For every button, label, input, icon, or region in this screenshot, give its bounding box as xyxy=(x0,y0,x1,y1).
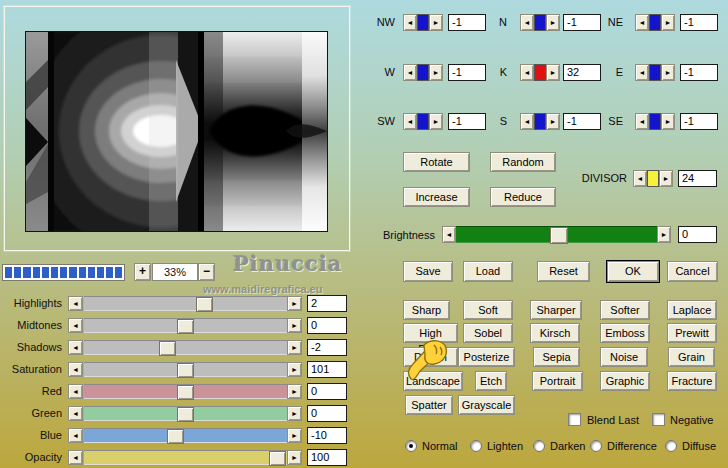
blend-last-checkbox[interactable] xyxy=(568,413,581,426)
slider-track-green[interactable] xyxy=(84,406,287,421)
preview-image[interactable] xyxy=(25,31,328,232)
slider-value-saturation[interactable]: 101 xyxy=(307,361,347,378)
slider-left-arrow[interactable]: ◄ xyxy=(68,450,83,465)
slider-thumb[interactable] xyxy=(159,341,176,356)
preset-grayscale-button[interactable]: Grayscale xyxy=(458,395,515,415)
slider-right-arrow[interactable]: ► xyxy=(287,318,302,333)
preset-spatter-button[interactable]: Spatter xyxy=(405,395,453,415)
preset-noise-button[interactable]: Noise xyxy=(600,347,648,367)
brightness-left-arrow[interactable]: ◄ xyxy=(442,226,456,243)
slider-value-blue[interactable]: -10 xyxy=(307,427,347,444)
slider-thumb[interactable] xyxy=(177,407,194,422)
slider-track-saturation[interactable] xyxy=(84,362,287,377)
preset-sharper-button[interactable]: Sharper xyxy=(530,300,582,320)
preset-sharp-button[interactable]: Sharp xyxy=(403,300,450,320)
brightness-thumb[interactable] xyxy=(550,227,568,244)
slider-track-highlights[interactable] xyxy=(84,296,287,311)
preset-prewitt-button[interactable]: Prewitt xyxy=(667,323,717,343)
divisor-scrollbar[interactable]: ◄► xyxy=(633,170,673,187)
increase-button[interactable]: Increase xyxy=(403,187,470,207)
kernel-scrollbar-sw[interactable]: ◄► xyxy=(403,113,443,130)
kernel-scrollbar-nw[interactable]: ◄► xyxy=(403,14,443,31)
slider-thumb[interactable] xyxy=(177,385,194,400)
kernel-scrollbar-w[interactable]: ◄► xyxy=(403,64,443,81)
preset-emboss-button[interactable]: Emboss xyxy=(600,323,650,343)
slider-right-arrow[interactable]: ► xyxy=(287,428,302,443)
preset-graphic-button[interactable]: Graphic xyxy=(600,371,650,391)
load-button[interactable]: Load xyxy=(463,261,513,282)
slider-value-shadows[interactable]: -2 xyxy=(307,339,347,356)
preset-soft-button[interactable]: Soft xyxy=(463,300,513,320)
save-button[interactable]: Save xyxy=(403,261,453,282)
zoom-out-button[interactable]: − xyxy=(198,263,215,281)
slider-thumb[interactable] xyxy=(177,319,194,334)
brightness-value[interactable]: 0 xyxy=(678,226,717,243)
slider-left-arrow[interactable]: ◄ xyxy=(68,406,83,421)
slider-left-arrow[interactable]: ◄ xyxy=(68,362,83,377)
slider-track-opacity[interactable] xyxy=(84,450,287,465)
preset-fracture-button[interactable]: Fracture xyxy=(667,371,717,391)
slider-value-opacity[interactable]: 100 xyxy=(307,449,347,466)
random-button[interactable]: Random xyxy=(490,152,556,172)
slider-value-green[interactable]: 0 xyxy=(307,405,347,422)
preset-grain-button[interactable]: Grain xyxy=(668,347,715,367)
slider-thumb[interactable] xyxy=(196,297,213,312)
slider-right-arrow[interactable]: ► xyxy=(287,340,302,355)
slider-value-red[interactable]: 0 xyxy=(307,383,347,400)
slider-left-arrow[interactable]: ◄ xyxy=(68,428,83,443)
rotate-button[interactable]: Rotate xyxy=(403,152,470,172)
slider-thumb[interactable] xyxy=(177,363,194,378)
radio-diffuse[interactable] xyxy=(665,440,677,452)
negative-checkbox[interactable] xyxy=(652,413,665,426)
kernel-value-se[interactable]: -1 xyxy=(680,113,718,130)
preset-kirsch-button[interactable]: Kirsch xyxy=(530,323,580,343)
kernel-scrollbar-n[interactable]: ◄► xyxy=(520,14,560,31)
preset-etch-button[interactable]: Etch xyxy=(475,371,507,391)
preset-softer-button[interactable]: Softer xyxy=(600,300,650,320)
slider-right-arrow[interactable]: ► xyxy=(287,406,302,421)
slider-left-arrow[interactable]: ◄ xyxy=(68,318,83,333)
kernel-value-e[interactable]: -1 xyxy=(680,64,718,81)
slider-left-arrow[interactable]: ◄ xyxy=(68,340,83,355)
preset-sobel-button[interactable]: Sobel xyxy=(463,323,513,343)
reset-button[interactable]: Reset xyxy=(537,261,590,282)
brightness-track[interactable] xyxy=(456,226,657,243)
slider-left-arrow[interactable]: ◄ xyxy=(68,384,83,399)
slider-thumb[interactable] xyxy=(269,451,286,466)
radio-normal[interactable] xyxy=(405,440,417,452)
slider-thumb[interactable] xyxy=(167,429,184,444)
kernel-scrollbar-se[interactable]: ◄► xyxy=(635,113,675,130)
slider-right-arrow[interactable]: ► xyxy=(287,296,302,311)
slider-track-midtones[interactable] xyxy=(84,318,287,333)
slider-track-shadows[interactable] xyxy=(84,340,287,355)
slider-track-blue[interactable] xyxy=(84,428,287,443)
cancel-button[interactable]: Cancel xyxy=(667,261,718,282)
slider-right-arrow[interactable]: ► xyxy=(287,450,302,465)
reduce-button[interactable]: Reduce xyxy=(490,187,556,207)
zoom-in-button[interactable]: + xyxy=(134,263,151,281)
slider-track-red[interactable] xyxy=(84,384,287,399)
preset-high-pass-button[interactable]: High Pass xyxy=(403,323,458,343)
kernel-scrollbar-s[interactable]: ◄► xyxy=(520,113,560,130)
preset-dream-button[interactable]: Dream xyxy=(403,347,458,367)
radio-difference[interactable] xyxy=(590,440,602,452)
kernel-scrollbar-e[interactable]: ◄► xyxy=(635,64,675,81)
preset-laplace-button[interactable]: Laplace xyxy=(667,300,717,320)
divisor-value[interactable]: 24 xyxy=(678,170,717,187)
slider-value-highlights[interactable]: 2 xyxy=(307,295,347,312)
brightness-right-arrow[interactable]: ► xyxy=(657,226,671,243)
preset-portrait-button[interactable]: Portrait xyxy=(532,371,583,391)
radio-lighten[interactable] xyxy=(470,440,482,452)
slider-right-arrow[interactable]: ► xyxy=(287,384,302,399)
slider-value-midtones[interactable]: 0 xyxy=(307,317,347,334)
radio-darken[interactable] xyxy=(533,440,545,452)
kernel-scrollbar-ne[interactable]: ◄► xyxy=(635,14,675,31)
preset-posterize-button[interactable]: Posterize xyxy=(458,347,515,367)
slider-left-arrow[interactable]: ◄ xyxy=(68,296,83,311)
ok-button[interactable]: OK xyxy=(607,261,659,282)
preset-landscape-button[interactable]: Landscape xyxy=(403,371,463,391)
preset-sepia-button[interactable]: Sepia xyxy=(533,347,580,367)
kernel-scrollbar-k[interactable]: ◄► xyxy=(520,64,560,81)
kernel-value-ne[interactable]: -1 xyxy=(680,14,718,31)
slider-right-arrow[interactable]: ► xyxy=(287,362,302,377)
